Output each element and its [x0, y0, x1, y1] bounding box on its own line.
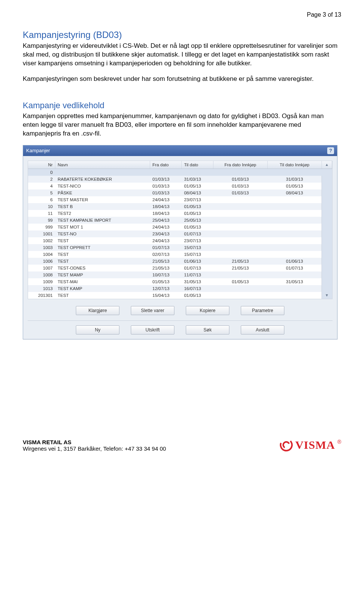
- cell-til-innkjop: [267, 230, 322, 237]
- table-row[interactable]: 1006TEST21/05/1301/06/1321/05/1301/06/13: [28, 258, 332, 265]
- cell-nr: 0: [28, 169, 55, 176]
- registered-icon: ®: [337, 439, 341, 445]
- cell-til-innkjop: 01/05/13: [267, 183, 322, 189]
- paragraph-1: Kampanjestyring er videreutviklet i CS-W…: [23, 42, 341, 68]
- btn-klargjore[interactable]: Klargjøre: [76, 306, 119, 315]
- btn-sok[interactable]: Søk: [186, 325, 229, 334]
- cell-til: 31/03/13: [182, 176, 213, 183]
- cell-navn: TEST KAMP: [55, 285, 150, 292]
- cell-fra-innkjop: [213, 196, 267, 203]
- cell-fra: 18/04/13: [150, 210, 182, 217]
- cell-fra-innkjop: [213, 224, 267, 230]
- table-row[interactable]: 99TEST KAMPANJE IMPORT25/04/1325/05/13: [28, 217, 332, 224]
- cell-nr: 1001: [28, 230, 55, 237]
- table-row[interactable]: 201301TEST15/04/1301/05/13: [28, 292, 332, 299]
- app-title: Kampanjer: [26, 148, 50, 153]
- table-row[interactable]: 1013TEST KAMP12/07/1316/07/13: [28, 285, 332, 292]
- cell-fra: 01/03/13: [150, 189, 182, 196]
- help-icon[interactable]: ?: [327, 147, 334, 154]
- btn-utskrift[interactable]: Utskrift: [131, 325, 174, 334]
- cell-fra: 24/04/13: [150, 237, 182, 244]
- col-fra-innkjop[interactable]: Fra dato Innkjøp: [213, 161, 267, 169]
- cell-nr: 6: [28, 196, 55, 203]
- table-row[interactable]: 1004TEST02/07/1315/07/13: [28, 251, 332, 258]
- btn-slette-varer[interactable]: Slette varer: [131, 306, 174, 315]
- cell-til-innkjop: 01/06/13: [267, 258, 322, 265]
- cell-til-innkjop: [267, 224, 322, 230]
- table-row[interactable]: 1009TEST-MAI01/05/1331/05/1301/05/1331/0…: [28, 278, 332, 285]
- cell-til: 01/05/13: [182, 224, 213, 230]
- heading-sub: Kampanje vedlikehold: [23, 101, 341, 110]
- col-til-innkjop[interactable]: Til dato Innkjøp: [267, 161, 322, 169]
- heading-main: Kampanjestyring (BD03): [23, 30, 341, 40]
- btn-kopiere[interactable]: Kopiere: [186, 306, 229, 315]
- cell-fra-innkjop: [213, 210, 267, 217]
- cell-til: 11/07/13: [182, 271, 213, 278]
- cell-til: 01/05/13: [182, 292, 213, 299]
- cell-fra: 12/07/13: [150, 285, 182, 292]
- cell-til: 15/07/13: [182, 251, 213, 258]
- table-row[interactable]: 1001TEST-NO23/04/1301/07/13: [28, 230, 332, 237]
- cell-til: 15/07/13: [182, 244, 213, 251]
- cell-nr: 1006: [28, 258, 55, 265]
- cell-nr: 1002: [28, 237, 55, 244]
- table-row[interactable]: 4TEST-NICO01/03/1301/05/1301/03/1301/05/…: [28, 183, 332, 189]
- cell-til-innkjop: [267, 244, 322, 251]
- button-row-2: Ny Utskrift Søk Avslutt: [28, 320, 333, 337]
- table-row[interactable]: 0▼: [28, 169, 332, 176]
- cell-fra: 01/05/13: [150, 278, 182, 285]
- footer-address: Wirgenes vei 1, 3157 Barkåker, Telefon: …: [23, 445, 166, 452]
- table-row[interactable]: 6TEST MASTER24/04/1323/07/13: [28, 196, 332, 203]
- cell-fra: 18/04/13: [150, 203, 182, 210]
- cell-til: [182, 169, 213, 176]
- cell-til-innkjop: 31/03/13: [267, 176, 322, 183]
- cell-fra-innkjop: [213, 217, 267, 224]
- cell-navn: [55, 169, 150, 176]
- cell-til: 25/05/13: [182, 217, 213, 224]
- cell-til: 23/07/13: [182, 196, 213, 203]
- cell-fra: 15/04/13: [150, 292, 182, 299]
- col-navn[interactable]: Navn: [55, 161, 150, 169]
- col-fra[interactable]: Fra dato: [150, 161, 182, 169]
- scrollbar-up-cell[interactable]: ▲: [322, 161, 332, 169]
- cell-fra-innkjop: [213, 244, 267, 251]
- cell-fra: [150, 169, 182, 176]
- table-row[interactable]: 1007TEST-ODNES21/05/1301/07/1321/05/1301…: [28, 265, 332, 271]
- cell-nr: 10: [28, 203, 55, 210]
- cell-til: 01/07/13: [182, 230, 213, 237]
- svg-point-0: [279, 438, 293, 452]
- table-row[interactable]: 10TEST B18/04/1301/05/13: [28, 203, 332, 210]
- cell-fra: 25/04/13: [150, 217, 182, 224]
- cell-fra: 21/05/13: [150, 265, 182, 271]
- scrollbar-track[interactable]: ▼: [322, 169, 332, 299]
- col-nr[interactable]: Nr: [28, 161, 55, 169]
- cell-fra-innkjop: [213, 285, 267, 292]
- paragraph-3: Kampanjen opprettes med kampanjenummer, …: [23, 112, 341, 138]
- cell-til: 23/07/13: [182, 237, 213, 244]
- cell-fra-innkjop: [213, 271, 267, 278]
- cell-til-innkjop: [267, 210, 322, 217]
- cell-nr: 201301: [28, 292, 55, 299]
- cell-til: 16/07/13: [182, 285, 213, 292]
- table-row[interactable]: 2RABATERTE KOKEBØKER01/03/1331/03/1301/0…: [28, 176, 332, 183]
- table-row[interactable]: 5PÅSKE01/03/1308/04/1301/03/1308/04/13: [28, 189, 332, 196]
- cell-fra: 01/03/13: [150, 176, 182, 183]
- scrollbar-down-icon[interactable]: ▼: [324, 293, 329, 298]
- table-row[interactable]: 1003TEST OPPRETT01/07/1315/07/13: [28, 244, 332, 251]
- cell-navn: TEST MOT 1: [55, 224, 150, 230]
- table-row[interactable]: 999TEST MOT 124/04/1301/05/13: [28, 224, 332, 230]
- btn-parametre[interactable]: Parametre: [241, 306, 284, 315]
- cell-fra: 02/07/13: [150, 251, 182, 258]
- page-indicator: Page 3 of 13: [23, 11, 341, 18]
- table-row[interactable]: 11TEST218/04/1301/05/13: [28, 210, 332, 217]
- cell-fra: 21/05/13: [150, 258, 182, 265]
- col-til[interactable]: Til dato: [182, 161, 213, 169]
- table-row[interactable]: 1002TEST24/04/1323/07/13: [28, 237, 332, 244]
- btn-ny[interactable]: Ny: [76, 325, 119, 334]
- cell-navn: TEST-NICO: [55, 183, 150, 189]
- data-table: Nr Navn Fra dato Til dato Fra dato Innkj…: [28, 161, 333, 299]
- cell-fra-innkjop: [213, 230, 267, 237]
- btn-avslutt[interactable]: Avslutt: [241, 325, 284, 334]
- visma-brand-text: VISMA: [295, 439, 335, 451]
- table-row[interactable]: 1008TEST MAMP10/07/1311/07/13: [28, 271, 332, 278]
